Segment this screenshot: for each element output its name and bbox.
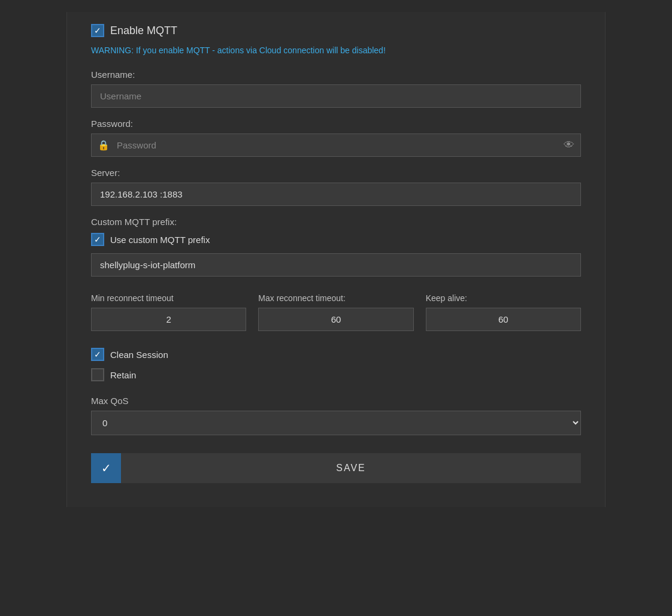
clean-session-label: Clean Session <box>110 350 168 360</box>
content-panel: ✓ Enable MQTT WARNING: If you enable MQT… <box>66 12 606 507</box>
enable-mqtt-label: Enable MQTT <box>110 25 177 37</box>
keep-alive-label: Keep alive: <box>426 293 581 303</box>
save-check-icon: ✓ <box>101 461 111 475</box>
server-label: Server: <box>91 168 581 178</box>
clean-session-checkbox[interactable]: ✓ <box>91 348 104 361</box>
username-input[interactable] <box>91 84 581 108</box>
max-reconnect-label: Max reconnect timeout: <box>258 293 413 303</box>
session-retain-section: ✓ Clean Session Retain <box>91 348 581 381</box>
page-container: ✓ Enable MQTT WARNING: If you enable MQT… <box>0 0 672 519</box>
prefix-input[interactable] <box>91 253 581 277</box>
use-custom-prefix-label: Use custom MQTT prefix <box>110 235 210 245</box>
password-input[interactable] <box>114 134 564 156</box>
server-input[interactable] <box>91 183 581 206</box>
enable-mqtt-checkbox[interactable]: ✓ <box>91 24 104 37</box>
use-custom-prefix-checkmark: ✓ <box>94 235 101 244</box>
username-label: Username: <box>91 69 581 80</box>
eye-icon[interactable]: 👁 <box>564 139 574 151</box>
max-reconnect-input[interactable] <box>258 308 413 331</box>
save-button[interactable]: SAVE <box>121 453 581 483</box>
max-qos-label: Max QoS <box>91 396 581 406</box>
lock-icon: 🔒 <box>98 139 110 151</box>
enable-mqtt-row: ✓ Enable MQTT <box>91 24 581 37</box>
max-reconnect-group: Max reconnect timeout: <box>258 293 413 331</box>
password-label: Password: <box>91 119 581 129</box>
min-reconnect-input[interactable] <box>91 308 246 331</box>
retain-label: Retain <box>110 370 136 380</box>
keep-alive-input[interactable] <box>426 308 581 331</box>
clean-session-row: ✓ Clean Session <box>91 348 581 361</box>
qos-select[interactable]: 0 1 2 <box>91 411 581 435</box>
min-reconnect-label: Min reconnect timeout <box>91 293 246 303</box>
password-wrapper: 🔒 👁 <box>91 133 581 157</box>
save-check-box: ✓ <box>91 453 121 483</box>
warning-text: WARNING: If you enable MQTT - actions vi… <box>91 45 581 55</box>
min-reconnect-group: Min reconnect timeout <box>91 293 246 331</box>
enable-mqtt-checkmark: ✓ <box>94 26 101 35</box>
use-custom-prefix-row: ✓ Use custom MQTT prefix <box>91 233 581 246</box>
retain-row: Retain <box>91 368 581 381</box>
custom-prefix-label: Custom MQTT prefix: <box>91 217 581 227</box>
use-custom-prefix-checkbox[interactable]: ✓ <box>91 233 104 246</box>
save-row: ✓ SAVE <box>91 453 581 483</box>
retain-checkbox[interactable] <box>91 368 104 381</box>
keep-alive-group: Keep alive: <box>426 293 581 331</box>
timeout-row: Min reconnect timeout Max reconnect time… <box>91 293 581 331</box>
clean-session-checkmark: ✓ <box>94 350 101 359</box>
